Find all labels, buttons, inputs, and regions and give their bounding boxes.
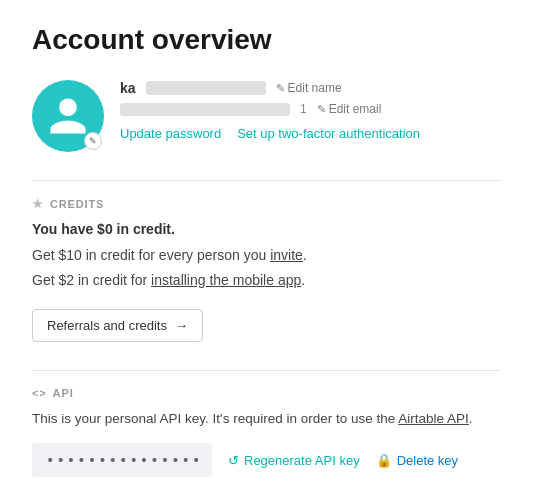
profile-info: ka ✎ Edit name 1 ✎ Edit email Update pas… bbox=[120, 80, 501, 141]
credits-app-line: Get $2 in credit for installing the mobi… bbox=[32, 270, 501, 291]
airtable-api-link[interactable]: Airtable API bbox=[398, 411, 469, 426]
page-title: Account overview bbox=[32, 24, 501, 56]
install-app-link[interactable]: installing the mobile app bbox=[151, 272, 301, 288]
avatar-container: ✎ bbox=[32, 80, 104, 152]
edit-email-button[interactable]: ✎ Edit email bbox=[317, 102, 382, 116]
star-icon: ★ bbox=[32, 197, 44, 211]
refresh-icon: ↺ bbox=[228, 453, 239, 468]
user-icon bbox=[46, 94, 90, 138]
credits-section: ★ CREDITS You have $0 in credit. Get $10… bbox=[32, 197, 501, 342]
profile-email-blur bbox=[120, 103, 290, 116]
pencil-icon: ✎ bbox=[276, 82, 285, 95]
edit-name-button[interactable]: ✎ Edit name bbox=[276, 81, 342, 95]
api-key-input[interactable] bbox=[32, 443, 212, 477]
divider-credits bbox=[32, 180, 501, 181]
profile-section: ✎ ka ✎ Edit name 1 ✎ Edit email Update p… bbox=[32, 80, 501, 152]
credits-invite-line: Get $10 in credit for every person you i… bbox=[32, 245, 501, 266]
referrals-button[interactable]: Referrals and credits → bbox=[32, 309, 203, 342]
email-row: 1 ✎ Edit email bbox=[120, 102, 501, 116]
arrow-icon: → bbox=[175, 318, 188, 333]
divider-api bbox=[32, 370, 501, 371]
name-row: ka ✎ Edit name bbox=[120, 80, 501, 96]
camera-icon: ✎ bbox=[89, 136, 97, 146]
api-section: <> API This is your personal API key. It… bbox=[32, 387, 501, 477]
api-section-label: <> API bbox=[32, 387, 501, 399]
profile-actions: Update password Set up two-factor authen… bbox=[120, 126, 501, 141]
pencil-email-icon: ✎ bbox=[317, 103, 326, 116]
credits-section-label: ★ CREDITS bbox=[32, 197, 501, 211]
code-icon: <> bbox=[32, 387, 47, 399]
profile-name: ka bbox=[120, 80, 136, 96]
lock-icon: 🔒 bbox=[376, 453, 392, 468]
two-factor-link[interactable]: Set up two-factor authentication bbox=[237, 126, 420, 141]
delete-api-key-button[interactable]: 🔒 Delete key bbox=[376, 453, 458, 468]
profile-name-blur bbox=[146, 81, 266, 95]
credits-balance: You have $0 in credit. bbox=[32, 221, 501, 237]
avatar-edit-button[interactable]: ✎ bbox=[84, 132, 102, 150]
regenerate-api-key-button[interactable]: ↺ Regenerate API key bbox=[228, 453, 360, 468]
api-description: This is your personal API key. It's requ… bbox=[32, 409, 501, 429]
invite-link[interactable]: invite bbox=[270, 247, 303, 263]
api-key-row: ↺ Regenerate API key 🔒 Delete key bbox=[32, 443, 501, 477]
update-password-link[interactable]: Update password bbox=[120, 126, 221, 141]
